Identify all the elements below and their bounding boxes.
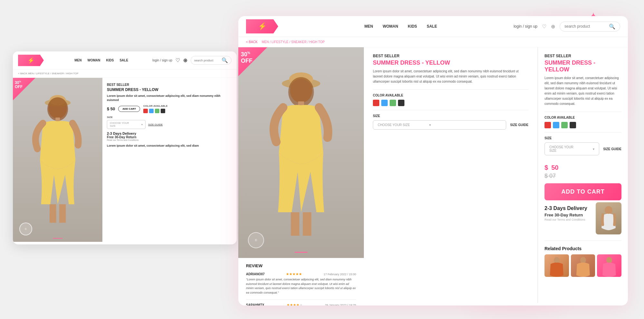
small-price: $ 50 [107, 106, 115, 111]
right-size-row: CHOOSE YOUR SIZE ▾ SIZE GUIDE [545, 142, 621, 155]
small-header-right: login / sign up ♡ ⊕ 🔍 [152, 56, 232, 65]
review-section: REVIEW ADRIANO07 ★★★★★ 17 February 2022 … [238, 258, 364, 305]
small-size-guide[interactable]: SIZE GUIDE [148, 123, 163, 126]
swatch-green[interactable] [155, 109, 159, 113]
right-divider-2 [545, 132, 621, 132]
small-add-cart-button[interactable]: ADD CART [118, 106, 140, 112]
large-dress-image [238, 47, 364, 258]
small-color-section: COLOR AVAILABLE [143, 105, 167, 113]
swatch-blue[interactable] [149, 109, 154, 113]
right-swatch-dark[interactable] [570, 122, 576, 128]
large-search-input[interactable] [564, 24, 606, 29]
small-nav-kids[interactable]: KIDS [106, 59, 114, 62]
small-delivery-sub: Free 30-Day Return [107, 135, 232, 139]
review-stars-2: ★★★★★ [287, 303, 303, 305]
small-nav-woman[interactable]: WOMAN [87, 59, 100, 62]
large-bag-icon[interactable]: ⊕ [551, 23, 555, 30]
small-search-box[interactable]: 🔍 [191, 56, 232, 65]
large-dropdown-icon: ▾ [429, 123, 431, 127]
small-image-area: 30%OFF [13, 78, 102, 242]
large-size-guide[interactable]: SIZE GUIDE [510, 123, 528, 127]
price-original: $ 07 [545, 173, 621, 179]
svg-rect-12 [291, 212, 299, 236]
large-search-icon[interactable]: 🔍 [609, 23, 615, 30]
large-swatch-green[interactable] [390, 100, 396, 106]
large-breadcrumb-path: MEN / LIFESTYLE / SNEAKER / HIGH TOP [262, 40, 325, 44]
related-title: Related Products [545, 246, 621, 251]
large-card-header: ⚡ MEN WOMAN KIDS SALE login / sign up ♡ … [238, 16, 628, 37]
large-card-body: 30%OFF [238, 47, 628, 303]
right-color-swatches [545, 122, 621, 128]
divider-2 [373, 110, 528, 110]
large-best-seller: BEST SELLER [373, 54, 528, 58]
large-body-inner: 30%OFF [238, 47, 628, 303]
right-swatch-blue[interactable] [553, 122, 559, 128]
small-details: BEST SELLER SUMMER DRESS - YELLOW Lorem … [102, 78, 237, 242]
large-product-desc: Lorem ipsum dolor sit amet, consectetuer… [373, 69, 528, 84]
large-search-box[interactable]: 🔍 [560, 22, 620, 32]
large-login-link[interactable]: login / sign up [514, 24, 537, 29]
large-color-label: COLOR AVAILABLE [373, 94, 528, 97]
large-image-line [295, 252, 308, 253]
large-swatch-dark[interactable] [398, 100, 404, 106]
right-color-label: COLOR AVAILABLE [545, 116, 621, 119]
small-search-input[interactable] [194, 59, 220, 62]
small-nav-sale[interactable]: SALE [119, 59, 128, 62]
large-logo[interactable]: ⚡ [246, 19, 278, 33]
svg-point-16 [580, 257, 586, 263]
large-image-area: 30%OFF [238, 47, 364, 258]
right-swatch-green[interactable] [561, 122, 568, 128]
small-nav-men[interactable]: MEN [74, 59, 81, 62]
large-nav-sale[interactable]: SALE [427, 24, 437, 29]
review-divider [246, 299, 356, 300]
large-breadcrumb-back[interactable]: < BACK [246, 40, 258, 44]
review-header-2: SARAHMTX ★★★★★ 29 January 2022 / 19:25 [246, 303, 356, 305]
small-dropdown-icon: ▾ [141, 123, 143, 126]
review-title: REVIEW [246, 263, 356, 268]
review-item-2: SARAHMTX ★★★★★ 29 January 2022 / 19:25 "… [246, 303, 356, 305]
divider-1 [373, 89, 528, 90]
right-divider-3 [545, 241, 621, 241]
large-price: $ 50 [545, 159, 621, 173]
large-swatch-red[interactable] [373, 100, 379, 106]
large-nav-men[interactable]: MEN [365, 24, 373, 29]
right-size-guide[interactable]: SIZE GUIDE [603, 147, 621, 151]
small-size-section: SIZE CHOOSE YOUR SIZE ▾ SIZE GUIDE [107, 116, 232, 129]
large-add-to-cart-button[interactable]: ADD TO CART [545, 183, 621, 200]
small-logo[interactable]: ⚡ [18, 55, 44, 66]
large-swatch-blue[interactable] [381, 100, 388, 106]
svg-point-14 [605, 206, 612, 214]
small-product-desc: Lorem ipsum dolor sit amet, consectetuer… [107, 94, 232, 102]
right-column: BEST SELLER SUMMER DRESS - YELLOW Lorem … [538, 47, 628, 303]
small-login-link[interactable]: login / sign up [152, 59, 172, 62]
small-best-seller: BEST SELLER [107, 83, 232, 87]
large-size-section: SIZE CHOOSE YOUR SIZE ▾ SIZE GUIDE [373, 114, 528, 130]
small-size-dropdown[interactable]: CHOOSE YOUR SIZE ▾ [107, 120, 146, 129]
swatch-dark[interactable] [161, 109, 165, 113]
small-size-label: SIZE [107, 116, 232, 119]
large-nav-woman[interactable]: WOMAN [383, 24, 398, 29]
small-image-line [53, 238, 62, 239]
right-swatch-red[interactable] [545, 122, 551, 128]
large-size-dropdown[interactable]: CHOOSE YOUR SIZE ▾ [373, 120, 506, 130]
reviewer-name-1: ADRIANO07 [246, 272, 265, 276]
small-heart-icon[interactable]: ♡ [175, 57, 180, 63]
small-bag-icon[interactable]: ⊕ [183, 57, 187, 63]
small-search-icon[interactable]: 🔍 [222, 57, 228, 63]
large-product-title: SUMMER DRESS - YELLOW [373, 59, 528, 66]
related-product-3[interactable] [597, 254, 621, 277]
related-product-2[interactable] [571, 254, 595, 277]
small-dress-image [13, 78, 102, 242]
reviewer-name-2: SARAHMTX [246, 303, 264, 305]
right-product-title: SUMMER DRESS - YELLOW [545, 59, 621, 73]
large-heart-icon[interactable]: ♡ [542, 23, 546, 30]
center-column: BEST SELLER SUMMER DRESS - YELLOW Lorem … [364, 47, 538, 303]
svg-point-3 [47, 97, 68, 121]
swatch-red[interactable] [143, 109, 148, 113]
large-nav-kids[interactable]: KIDS [408, 24, 417, 29]
right-size-dropdown[interactable]: CHOOSE YOUR SIZE ▾ [545, 142, 599, 155]
small-price-row: $ 50 ADD CART COLOR AVAILABLE [107, 105, 232, 113]
small-delivery-title: 2-3 Days Delivery [107, 132, 232, 135]
right-best-seller: BEST SELLER [545, 54, 621, 58]
related-product-1[interactable] [545, 254, 569, 277]
